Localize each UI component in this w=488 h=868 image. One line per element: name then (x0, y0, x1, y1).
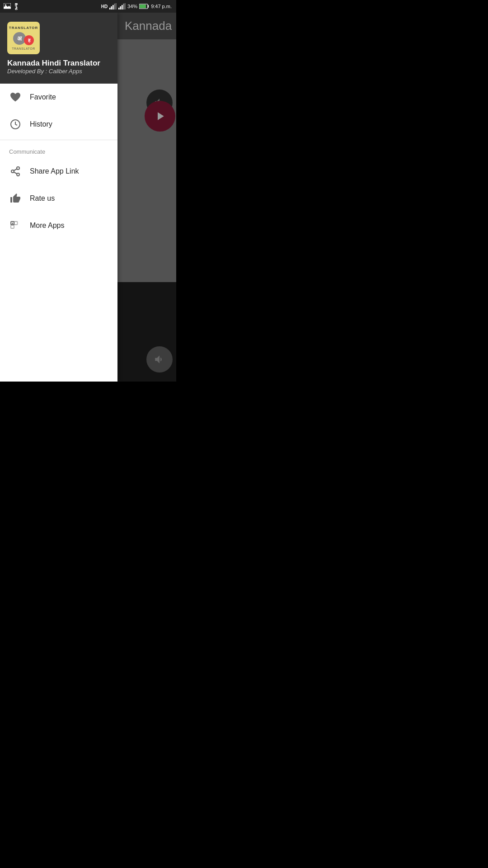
favorite-label: Favorite (30, 93, 56, 101)
main-container: TRANSLATOR अ ह TRANSLATOR Kannada Hindi … (0, 13, 176, 382)
app-title: Kannada Hindi Translator (7, 59, 110, 68)
image-icon (4, 3, 11, 9)
app-subtitle: Developed By : Caliber Apps (7, 68, 110, 75)
signal-icon-1 (109, 3, 117, 9)
svg-rect-26 (11, 225, 14, 228)
drawer-header: TRANSLATOR अ ह TRANSLATOR Kannada Hindi … (0, 13, 117, 84)
svg-marker-27 (12, 222, 14, 224)
status-bar-left-icons (4, 3, 19, 10)
logo-top-text: TRANSLATOR (9, 26, 38, 30)
svg-rect-6 (109, 8, 111, 9)
svg-rect-9 (114, 4, 116, 9)
svg-rect-11 (118, 8, 120, 9)
svg-rect-17 (140, 5, 146, 8)
svg-rect-14 (123, 4, 125, 9)
logo-circles: अ ह (13, 32, 34, 45)
rate-label: Rate us (30, 194, 55, 203)
svg-rect-7 (111, 6, 113, 9)
menu-item-share[interactable]: Share App Link (0, 158, 117, 185)
svg-rect-12 (120, 6, 122, 9)
time-display: 9:47 p.m. (151, 4, 172, 9)
menu-item-history[interactable]: History (0, 111, 117, 138)
menu-divider (0, 140, 117, 140)
history-label: History (30, 120, 52, 128)
svg-rect-10 (116, 3, 117, 9)
svg-rect-13 (122, 5, 123, 9)
navigation-drawer: TRANSLATOR अ ह TRANSLATOR Kannada Hindi … (0, 13, 117, 382)
clock-icon (9, 118, 22, 131)
share-label: Share App Link (30, 167, 79, 175)
svg-line-23 (14, 169, 17, 171)
svg-point-1 (5, 5, 6, 6)
app-info: Kannada Hindi Translator Developed By : … (7, 59, 110, 75)
thumbsup-icon (9, 192, 22, 205)
drawer-menu: Favorite History Communicate (0, 84, 117, 382)
battery-percent: 34% (127, 4, 137, 9)
status-bar: HD 34% 9:47 p.m. (0, 0, 176, 13)
menu-item-more-apps[interactable]: More Apps (0, 212, 117, 239)
svg-rect-15 (125, 3, 126, 9)
svg-rect-8 (113, 5, 114, 9)
hd-badge: HD (101, 4, 108, 9)
app-logo: TRANSLATOR अ ह TRANSLATOR (7, 22, 40, 54)
battery-icon (139, 4, 149, 9)
menu-item-rate[interactable]: Rate us (0, 185, 117, 212)
status-bar-right-icons: HD 34% 9:47 p.m. (101, 3, 172, 9)
svg-rect-25 (14, 222, 18, 225)
share-icon (9, 165, 22, 178)
heart-icon (9, 91, 22, 104)
usb-icon (14, 3, 19, 10)
more-apps-label: More Apps (30, 222, 64, 230)
apps-icon (9, 219, 22, 232)
communicate-section-header: Communicate (0, 142, 117, 158)
menu-item-favorite[interactable]: Favorite (0, 84, 117, 111)
svg-line-22 (14, 172, 17, 174)
signal-icon-2 (118, 3, 126, 9)
logo-bottom-text: TRANSLATOR (12, 47, 35, 50)
drawer-overlay[interactable] (117, 13, 176, 382)
logo-circle-kannada: ह (24, 35, 34, 45)
